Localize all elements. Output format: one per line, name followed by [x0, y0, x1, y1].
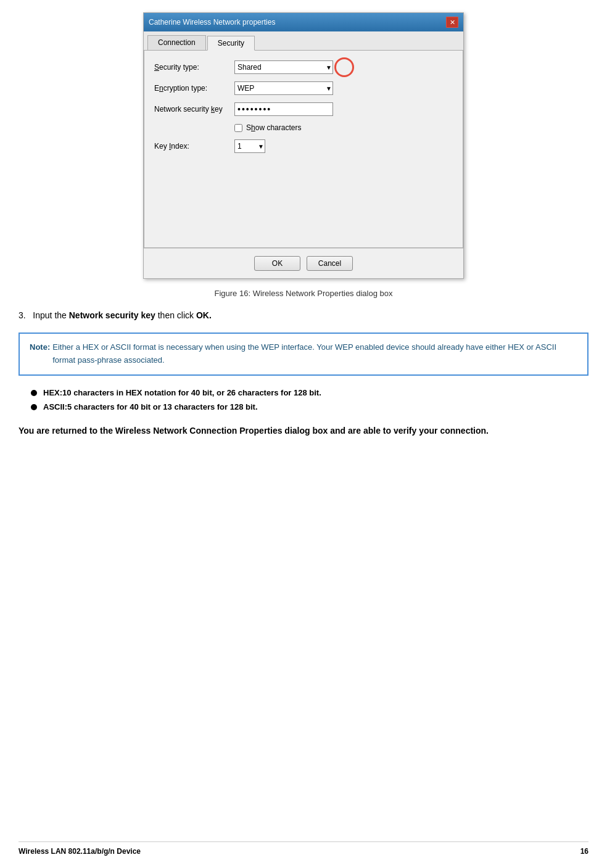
step-text-before: Input the: [33, 310, 68, 320]
show-characters-label: Show characters: [246, 123, 301, 132]
network-key-row: Network security key: [154, 102, 453, 116]
ok-button[interactable]: OK: [254, 256, 300, 271]
key-index-select[interactable]: 1 2 3 4: [234, 139, 265, 153]
network-key-input[interactable]: [234, 102, 333, 116]
step-text-after: then click: [155, 310, 196, 320]
step-bold-end: OK.: [196, 310, 212, 320]
bullet-icon: [31, 404, 37, 410]
bullet-icon: [31, 390, 37, 396]
step-bold-text: Network security key: [69, 310, 155, 320]
list-item: ASCII: 5 characters for 40 bit or 13 cha…: [31, 402, 588, 411]
conclusion-text: You are returned to the Wireless Network…: [19, 424, 588, 437]
tab-connection[interactable]: Connection: [147, 35, 206, 50]
key-index-label: Key Index:: [154, 142, 234, 151]
note-label: Note:: [30, 341, 50, 367]
encryption-type-label: Encryption type:: [154, 84, 234, 93]
list-item: HEX: 10 characters in HEX notation for 4…: [31, 388, 588, 397]
footer-right: 16: [580, 847, 588, 856]
security-type-row: Security type: Open Shared WPA-Personal …: [154, 60, 453, 74]
show-characters-row: Show characters: [234, 123, 453, 132]
key-index-select-wrapper: 1 2 3 4 ▼: [234, 139, 265, 153]
dialog-close-button[interactable]: ✕: [446, 17, 458, 28]
security-type-select[interactable]: Open Shared WPA-Personal WPA2-Personal: [234, 60, 333, 74]
encryption-type-select-wrapper: WEP TKIP AES ▼: [234, 81, 333, 95]
security-type-select-wrapper: Open Shared WPA-Personal WPA2-Personal ▼: [234, 60, 333, 74]
network-key-label: Network security key: [154, 105, 234, 114]
tab-security[interactable]: Security: [207, 36, 255, 51]
dialog-title: Catherine Wireless Network properties: [149, 18, 275, 27]
cancel-button[interactable]: Cancel: [307, 256, 353, 271]
dialog-body: Security type: Open Shared WPA-Personal …: [144, 51, 463, 248]
step-text: 3. Input the Network security key then c…: [19, 310, 588, 320]
encryption-type-select[interactable]: WEP TKIP AES: [234, 81, 333, 95]
key-index-row: Key Index: 1 2 3 4 ▼: [154, 139, 453, 153]
figure-caption: Figure 16: Wireless Network Properties d…: [19, 289, 588, 298]
wireless-network-properties-dialog: Catherine Wireless Network properties ✕ …: [143, 12, 464, 279]
note-box: Note: Either a HEX or ASCII format is ne…: [19, 333, 588, 376]
bullet-list: HEX: 10 characters in HEX notation for 4…: [19, 388, 588, 411]
bullet-hex-label: HEX:: [43, 388, 62, 397]
bullet-ascii-text: 5 characters for 40 bit or 13 characters…: [67, 402, 258, 411]
dialog-tabs: Connection Security: [144, 31, 463, 51]
bullet-hex-text: 10 characters in HEX notation for 40 bit…: [62, 388, 321, 397]
dialog-footer: OK Cancel: [144, 248, 463, 278]
red-circle-annotation: [334, 57, 354, 77]
footer-left: Wireless LAN 802.11a/b/g/n Device: [19, 847, 141, 856]
encryption-type-row: Encryption type: WEP TKIP AES ▼: [154, 81, 453, 95]
step-number: 3.: [19, 310, 26, 320]
note-row: Note: Either a HEX or ASCII format is ne…: [30, 341, 577, 367]
page-footer: Wireless LAN 802.11a/b/g/n Device 16: [19, 841, 588, 856]
dialog-titlebar: Catherine Wireless Network properties ✕: [144, 13, 463, 31]
bullet-ascii-label: ASCII:: [43, 402, 67, 411]
note-text: Either a HEX or ASCII format is necessar…: [52, 341, 577, 367]
show-characters-checkbox[interactable]: [234, 124, 242, 132]
security-type-label: Security type:: [154, 63, 234, 72]
